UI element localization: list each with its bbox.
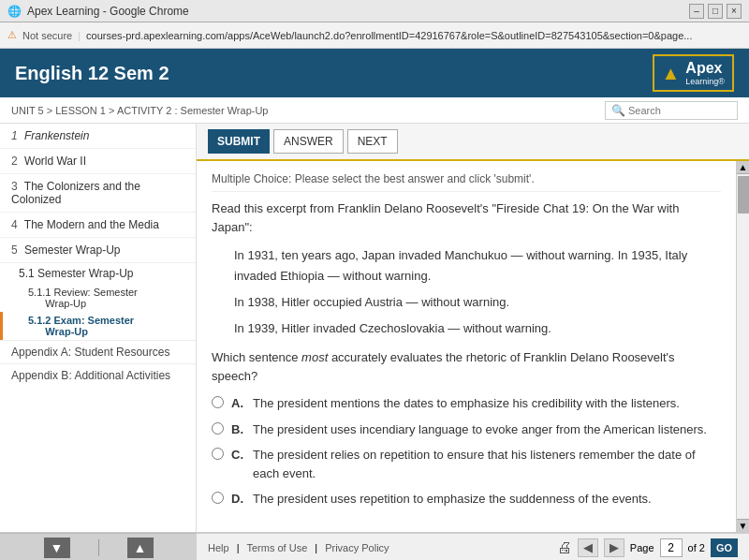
- sidebar-appendix-b[interactable]: Appendix B: Additional Activities: [0, 363, 196, 387]
- minimize-button[interactable]: –: [689, 4, 704, 19]
- window-controls[interactable]: – □ ×: [689, 4, 742, 19]
- sidebar-appendix-a[interactable]: Appendix A: Student Resources: [0, 340, 196, 363]
- sidebar-item-frankenstein[interactable]: 1 Frankenstein: [0, 124, 196, 149]
- choice-text-b: The president uses incendiary language t…: [253, 420, 707, 439]
- blockquote-line-2: In 1938, Hitler occupied Austria — witho…: [234, 292, 698, 313]
- submit-button[interactable]: SUBMIT: [208, 129, 270, 154]
- answer-choice-b[interactable]: B. The president uses incendiary languag…: [212, 420, 721, 439]
- browser-title: Apex Learning - Google Chrome: [27, 5, 189, 18]
- footer: Help | Terms of Use | Privacy Policy 🖨 ◀…: [197, 533, 749, 560]
- sidebar-subsub-num: 5.1.1: [28, 287, 51, 298]
- breadcrumb-bar: UNIT 5 > LESSON 1 > ACTIVITY 2 : Semeste…: [0, 97, 749, 124]
- blockquote-line-1: In 1931, ten years ago, Japan invaded Ma…: [234, 245, 698, 287]
- sidebar-sub-512[interactable]: 5.1.2 Exam: Semester Wrap-Up: [0, 312, 196, 340]
- maximize-button[interactable]: □: [708, 4, 723, 19]
- security-icon: ⚠: [7, 29, 17, 41]
- sidebar-sub-51[interactable]: 5.1 Semester Wrap-Up: [0, 263, 196, 284]
- print-icon[interactable]: 🖨: [557, 539, 572, 556]
- radio-a[interactable]: [212, 396, 224, 408]
- scrollbar-thumb[interactable]: [738, 176, 749, 214]
- choice-letter-c: C.: [231, 446, 243, 464]
- page-total: of 2: [688, 542, 705, 553]
- apex-logo: ▲ Apex Learning®: [653, 54, 734, 92]
- sidebar-item-colonizers[interactable]: 3 The Colonizers and the Colonized: [0, 174, 196, 213]
- main-layout: 1 Frankenstein 2 World War II 3 The Colo…: [0, 124, 749, 532]
- sidebar-item-label: World War II: [24, 155, 86, 168]
- choice-text-a: The president mentions the dates to emph…: [253, 394, 680, 413]
- content-area: SUBMIT ANSWER NEXT Multiple Choice: Plea…: [197, 124, 749, 532]
- footer-sep2: |: [315, 542, 317, 553]
- title-bar: 🌐 Apex Learning - Google Chrome – □ ×: [0, 0, 749, 22]
- answer-choice-a[interactable]: A. The president mentions the dates to e…: [212, 394, 721, 413]
- blockquote: In 1931, ten years ago, Japan invaded Ma…: [234, 245, 698, 339]
- answer-choice-c[interactable]: C. The president relies on repetition to…: [212, 446, 721, 482]
- answer-button[interactable]: ANSWER: [273, 129, 344, 154]
- page-prev-button[interactable]: ◀: [578, 538, 598, 557]
- breadcrumb: UNIT 5 > LESSON 1 > ACTIVITY 2 : Semeste…: [11, 105, 269, 116]
- sidebar-appendix-b-label: Appendix B: Additional Activities: [11, 369, 170, 382]
- apex-logo-icon: ▲: [662, 63, 681, 84]
- question-prompt: Which sentence most accurately evaluates…: [212, 348, 721, 385]
- question-intro: Multiple Choice: Please select the best …: [212, 172, 721, 192]
- sidebar-item-num: 2: [11, 155, 18, 168]
- scrollbar-up[interactable]: ▲: [737, 161, 749, 174]
- footer-sep1: |: [237, 542, 240, 553]
- sidebar-item-num: 5: [11, 243, 18, 257]
- sidebar-item-num: 3: [11, 180, 18, 193]
- sidebar: 1 Frankenstein 2 World War II 3 The Colo…: [0, 124, 197, 532]
- next-button[interactable]: NEXT: [347, 129, 398, 154]
- scrollbar-down[interactable]: ▼: [737, 519, 749, 532]
- content-toolbar: SUBMIT ANSWER NEXT: [197, 124, 749, 161]
- choice-letter-d: D.: [231, 490, 243, 508]
- sidebar-appendix-a-label: Appendix A: Student Resources: [11, 346, 169, 359]
- sidebar-next-button[interactable]: ▲: [127, 538, 154, 558]
- passage-intro: Read this excerpt from Franklin Delano R…: [212, 199, 721, 236]
- browser-favicon: 🌐: [7, 5, 22, 18]
- choice-letter-b: B.: [231, 420, 243, 439]
- page-next-button[interactable]: ▶: [604, 538, 624, 557]
- sidebar-prev-button[interactable]: ▼: [44, 538, 70, 558]
- choice-letter-a: A.: [231, 394, 243, 413]
- search-wrap[interactable]: 🔍: [605, 101, 738, 120]
- sidebar-subsub-num: 5.1.2: [28, 315, 51, 326]
- security-label: Not secure: [22, 30, 72, 41]
- search-icon: 🔍: [611, 104, 625, 117]
- privacy-link[interactable]: Privacy Policy: [325, 542, 389, 553]
- url-bar[interactable]: courses-prd.apexlearning.com/apps/AceWeb…: [86, 30, 692, 41]
- footer-links: Help | Terms of Use | Privacy Policy: [208, 542, 389, 553]
- search-input[interactable]: [628, 105, 731, 116]
- apex-logo-sub: Learning®: [685, 77, 725, 86]
- sidebar-item-label: Semester Wrap-Up: [24, 243, 120, 257]
- radio-c[interactable]: [212, 448, 224, 460]
- sidebar-item-label: The Colonizers and the Colonized: [11, 180, 140, 206]
- content-scroll[interactable]: Multiple Choice: Please select the best …: [197, 161, 736, 532]
- radio-b[interactable]: [212, 422, 224, 435]
- course-title: English 12 Sem 2: [15, 63, 169, 84]
- answer-choice-d[interactable]: D. The president uses repetition to emph…: [212, 490, 721, 508]
- close-button[interactable]: ×: [727, 4, 742, 19]
- go-button[interactable]: GO: [711, 538, 738, 557]
- choice-text-d: The president uses repetition to emphasi…: [253, 490, 652, 508]
- bottom-bar-row: ▼ ▲ Help | Terms of Use | Privacy Policy…: [0, 532, 749, 560]
- terms-link[interactable]: Terms of Use: [246, 542, 307, 553]
- page-input[interactable]: [660, 538, 683, 557]
- radio-d[interactable]: [212, 492, 224, 504]
- apex-logo-text: Apex: [685, 60, 722, 76]
- sidebar-item-semester[interactable]: 5 Semester Wrap-Up: [0, 238, 196, 263]
- address-bar: ⚠ Not secure | courses-prd.apexlearning.…: [0, 22, 749, 49]
- sidebar-sub-label: Semester Wrap-Up: [37, 267, 133, 280]
- footer-pagination: 🖨 ◀ ▶ Page of 2 GO: [557, 538, 738, 557]
- content-with-scroll: Multiple Choice: Please select the best …: [197, 161, 749, 532]
- sidebar-item-modern[interactable]: 4 The Modern and the Media: [0, 213, 196, 238]
- choice-text-c: The president relies on repetition to en…: [253, 446, 721, 482]
- help-link[interactable]: Help: [208, 542, 229, 553]
- sidebar-item-num: 1: [11, 129, 18, 142]
- sidebar-item-label: The Modern and the Media: [24, 218, 159, 231]
- sidebar-sub-511[interactable]: 5.1.1 Review: Semester Wrap-Up: [0, 284, 196, 312]
- sidebar-sub-num: 5.1: [19, 267, 35, 280]
- app-header: English 12 Sem 2 ▲ Apex Learning®: [0, 49, 749, 97]
- scrollbar-track[interactable]: ▲ ▼: [736, 161, 749, 532]
- blockquote-line-3: In 1939, Hitler invaded Czechoslovakia —…: [234, 318, 698, 339]
- sidebar-item-wwii[interactable]: 2 World War II: [0, 149, 196, 174]
- sidebar-item-num: 4: [11, 218, 18, 231]
